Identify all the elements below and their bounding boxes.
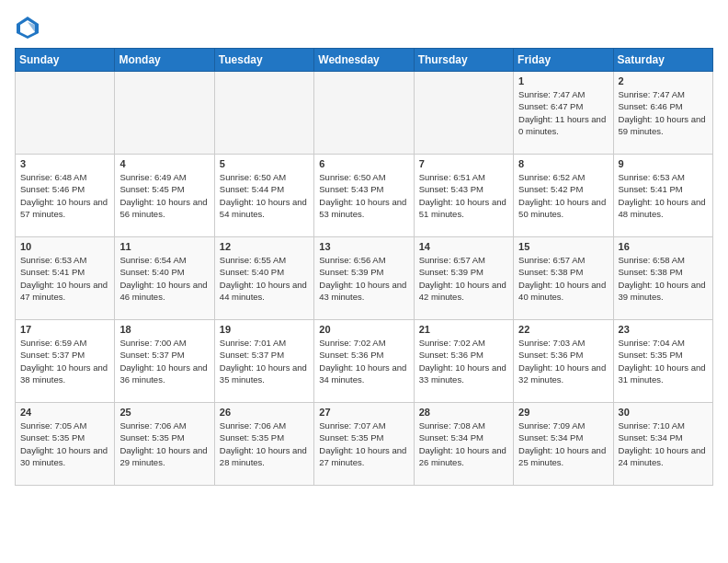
day-number: 15 [518, 241, 608, 252]
day-number: 21 [419, 324, 508, 335]
day-cell: 10Sunrise: 6:53 AM Sunset: 5:41 PM Dayli… [16, 237, 115, 320]
day-info: Sunrise: 6:49 AM Sunset: 5:45 PM Dayligh… [119, 171, 209, 220]
day-cell: 13Sunrise: 6:56 AM Sunset: 5:39 PM Dayli… [314, 237, 414, 320]
day-info: Sunrise: 6:58 AM Sunset: 5:38 PM Dayligh… [619, 254, 708, 303]
day-cell: 4Sunrise: 6:49 AM Sunset: 5:45 PM Daylig… [115, 155, 214, 237]
day-number: 3 [20, 158, 109, 169]
day-cell: 22Sunrise: 7:03 AM Sunset: 5:36 PM Dayli… [514, 320, 613, 403]
day-cell [414, 72, 513, 155]
day-number: 30 [619, 407, 708, 418]
weekday-header-friday: Friday [514, 49, 613, 72]
day-number: 22 [518, 324, 608, 335]
day-cell: 16Sunrise: 6:58 AM Sunset: 5:38 PM Dayli… [613, 237, 712, 320]
day-info: Sunrise: 6:50 AM Sunset: 5:43 PM Dayligh… [319, 171, 408, 220]
page-header [15, 15, 713, 40]
day-cell: 24Sunrise: 7:05 AM Sunset: 5:35 PM Dayli… [16, 403, 115, 486]
day-info: Sunrise: 6:51 AM Sunset: 5:43 PM Dayligh… [419, 171, 508, 220]
day-number: 19 [220, 324, 309, 335]
day-cell: 12Sunrise: 6:55 AM Sunset: 5:40 PM Dayli… [214, 237, 313, 320]
week-row-3: 10Sunrise: 6:53 AM Sunset: 5:41 PM Dayli… [16, 237, 713, 320]
day-cell: 14Sunrise: 6:57 AM Sunset: 5:39 PM Dayli… [414, 237, 513, 320]
week-row-1: 1Sunrise: 7:47 AM Sunset: 6:47 PM Daylig… [16, 72, 713, 155]
calendar-body: 1Sunrise: 7:47 AM Sunset: 6:47 PM Daylig… [16, 72, 713, 486]
day-info: Sunrise: 6:59 AM Sunset: 5:37 PM Dayligh… [20, 337, 109, 385]
day-info: Sunrise: 7:03 AM Sunset: 5:36 PM Dayligh… [518, 337, 608, 385]
day-number: 2 [619, 75, 708, 86]
day-cell [214, 72, 313, 155]
day-cell: 23Sunrise: 7:04 AM Sunset: 5:35 PM Dayli… [613, 320, 712, 403]
day-number: 11 [119, 241, 209, 252]
day-cell: 7Sunrise: 6:51 AM Sunset: 5:43 PM Daylig… [414, 155, 513, 237]
day-number: 28 [419, 407, 508, 418]
day-cell: 1Sunrise: 7:47 AM Sunset: 6:47 PM Daylig… [514, 72, 613, 155]
week-row-5: 24Sunrise: 7:05 AM Sunset: 5:35 PM Dayli… [16, 403, 713, 486]
day-info: Sunrise: 6:48 AM Sunset: 5:46 PM Dayligh… [20, 171, 109, 220]
day-info: Sunrise: 6:57 AM Sunset: 5:39 PM Dayligh… [419, 254, 508, 303]
day-info: Sunrise: 6:57 AM Sunset: 5:38 PM Dayligh… [518, 254, 608, 303]
day-cell: 20Sunrise: 7:02 AM Sunset: 5:36 PM Dayli… [314, 320, 414, 403]
day-info: Sunrise: 7:04 AM Sunset: 5:35 PM Dayligh… [619, 337, 708, 385]
day-info: Sunrise: 6:55 AM Sunset: 5:40 PM Dayligh… [220, 254, 309, 303]
day-info: Sunrise: 7:00 AM Sunset: 5:37 PM Dayligh… [119, 337, 209, 385]
day-number: 18 [119, 324, 209, 335]
day-number: 16 [619, 241, 708, 252]
day-cell: 6Sunrise: 6:50 AM Sunset: 5:43 PM Daylig… [314, 155, 414, 237]
day-number: 17 [20, 324, 109, 335]
day-info: Sunrise: 7:02 AM Sunset: 5:36 PM Dayligh… [319, 337, 408, 385]
day-number: 14 [419, 241, 508, 252]
logo [15, 15, 44, 40]
day-info: Sunrise: 6:52 AM Sunset: 5:42 PM Dayligh… [518, 171, 608, 220]
day-info: Sunrise: 6:53 AM Sunset: 5:41 PM Dayligh… [20, 254, 109, 303]
day-number: 13 [319, 241, 408, 252]
day-number: 29 [518, 407, 608, 418]
day-info: Sunrise: 7:01 AM Sunset: 5:37 PM Dayligh… [220, 337, 309, 385]
day-number: 10 [20, 241, 109, 252]
day-info: Sunrise: 6:54 AM Sunset: 5:40 PM Dayligh… [119, 254, 209, 303]
day-cell: 21Sunrise: 7:02 AM Sunset: 5:36 PM Dayli… [414, 320, 513, 403]
day-number: 4 [119, 158, 209, 169]
day-number: 25 [119, 407, 209, 418]
day-cell: 2Sunrise: 7:47 AM Sunset: 6:46 PM Daylig… [613, 72, 712, 155]
day-info: Sunrise: 6:50 AM Sunset: 5:44 PM Dayligh… [220, 171, 309, 220]
day-cell: 18Sunrise: 7:00 AM Sunset: 5:37 PM Dayli… [115, 320, 214, 403]
day-cell: 19Sunrise: 7:01 AM Sunset: 5:37 PM Dayli… [214, 320, 313, 403]
day-cell: 28Sunrise: 7:08 AM Sunset: 5:34 PM Dayli… [414, 403, 513, 486]
weekday-header-tuesday: Tuesday [214, 49, 313, 72]
day-cell: 17Sunrise: 6:59 AM Sunset: 5:37 PM Dayli… [16, 320, 115, 403]
day-number: 8 [518, 158, 608, 169]
day-info: Sunrise: 6:56 AM Sunset: 5:39 PM Dayligh… [319, 254, 408, 303]
day-cell: 25Sunrise: 7:06 AM Sunset: 5:35 PM Dayli… [115, 403, 214, 486]
day-info: Sunrise: 6:53 AM Sunset: 5:41 PM Dayligh… [619, 171, 708, 220]
weekday-header-thursday: Thursday [414, 49, 513, 72]
day-cell: 26Sunrise: 7:06 AM Sunset: 5:35 PM Dayli… [214, 403, 313, 486]
day-cell: 3Sunrise: 6:48 AM Sunset: 5:46 PM Daylig… [16, 155, 115, 237]
day-cell: 9Sunrise: 6:53 AM Sunset: 5:41 PM Daylig… [613, 155, 712, 237]
weekday-header-sunday: Sunday [16, 49, 115, 72]
day-number: 27 [319, 407, 408, 418]
day-number: 20 [319, 324, 408, 335]
day-number: 7 [419, 158, 508, 169]
week-row-4: 17Sunrise: 6:59 AM Sunset: 5:37 PM Dayli… [16, 320, 713, 403]
weekday-header-wednesday: Wednesday [314, 49, 414, 72]
weekday-header-saturday: Saturday [613, 49, 712, 72]
day-cell: 15Sunrise: 6:57 AM Sunset: 5:38 PM Dayli… [514, 237, 613, 320]
day-number: 12 [220, 241, 309, 252]
day-info: Sunrise: 7:07 AM Sunset: 5:35 PM Dayligh… [319, 419, 408, 468]
day-info: Sunrise: 7:06 AM Sunset: 5:35 PM Dayligh… [119, 419, 209, 468]
day-info: Sunrise: 7:10 AM Sunset: 5:34 PM Dayligh… [619, 419, 708, 468]
day-number: 24 [20, 407, 109, 418]
day-number: 9 [619, 158, 708, 169]
day-cell [16, 72, 115, 155]
logo-icon [15, 15, 40, 40]
day-number: 26 [220, 407, 309, 418]
day-cell [115, 72, 214, 155]
day-number: 1 [518, 75, 608, 86]
day-cell: 30Sunrise: 7:10 AM Sunset: 5:34 PM Dayli… [613, 403, 712, 486]
day-cell: 5Sunrise: 6:50 AM Sunset: 5:44 PM Daylig… [214, 155, 313, 237]
day-cell: 29Sunrise: 7:09 AM Sunset: 5:34 PM Dayli… [514, 403, 613, 486]
day-info: Sunrise: 7:05 AM Sunset: 5:35 PM Dayligh… [20, 419, 109, 468]
day-number: 5 [220, 158, 309, 169]
day-cell: 11Sunrise: 6:54 AM Sunset: 5:40 PM Dayli… [115, 237, 214, 320]
day-info: Sunrise: 7:06 AM Sunset: 5:35 PM Dayligh… [220, 419, 309, 468]
day-info: Sunrise: 7:02 AM Sunset: 5:36 PM Dayligh… [419, 337, 508, 385]
